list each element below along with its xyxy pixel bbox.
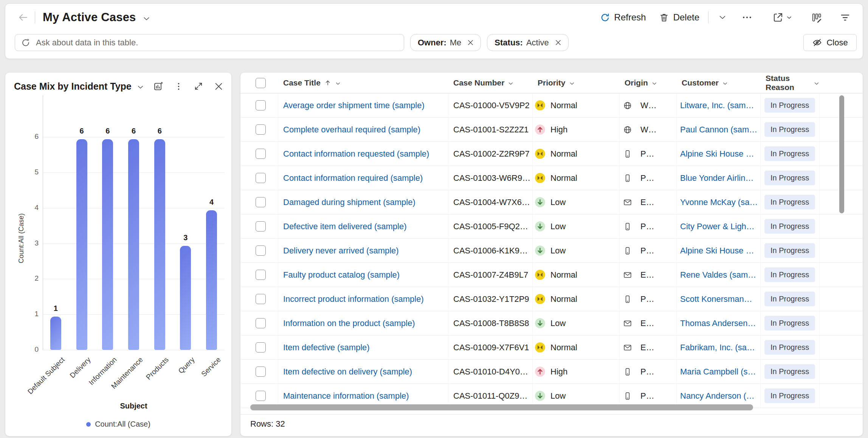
row-checkbox[interactable]: [256, 391, 266, 401]
column-header-case-title[interactable]: Case Title: [278, 73, 448, 93]
priority-high-icon: [535, 366, 546, 377]
table-row[interactable]: Complete overhaul required (sample)CAS-0…: [240, 118, 863, 142]
customer-link[interactable]: Blue Yonder Airlin…: [680, 173, 753, 183]
row-filler-cell: [820, 335, 863, 359]
more-commands-button[interactable]: [734, 8, 760, 26]
case-title-link[interactable]: Average order shipment time (sample): [283, 101, 425, 110]
customer-cell: Fabrikam, Inc. (sa…: [677, 335, 761, 359]
filter-pill-owner[interactable]: Owner: Me: [410, 34, 481, 51]
priority-normal-icon: [535, 148, 546, 159]
table-row[interactable]: Item defective (sample)CAS-01009-X7F6V1N…: [240, 335, 863, 360]
view-selector-chevron-icon[interactable]: [142, 14, 151, 23]
customer-link[interactable]: Alpine Ski House …: [680, 149, 754, 159]
back-arrow-icon[interactable]: [17, 12, 29, 23]
filter-button[interactable]: [832, 8, 853, 26]
row-checkbox[interactable]: [256, 318, 266, 328]
share-button[interactable]: [765, 8, 800, 26]
refresh-button[interactable]: Refresh: [594, 8, 653, 26]
table-row[interactable]: Damaged during shipment (sample)CAS-0100…: [240, 190, 863, 214]
horizontal-scrollbar[interactable]: [250, 404, 753, 410]
customer-link[interactable]: Scott Konersman…: [680, 294, 752, 304]
table-row[interactable]: Incorrect product information (sample)CA…: [240, 287, 863, 311]
commands-chevron-button[interactable]: [711, 8, 734, 26]
remove-filter-icon[interactable]: [554, 39, 562, 47]
customer-link[interactable]: City Power & Ligh…: [680, 222, 755, 231]
status-badge: In Progress: [764, 219, 815, 234]
case-title-link[interactable]: Information on the product (sample): [283, 318, 415, 328]
case-title-link[interactable]: Maintenance information (sample): [283, 391, 409, 401]
column-header-priority[interactable]: Priority: [533, 73, 620, 93]
table-row[interactable]: Contact information requested (sample)CA…: [240, 142, 863, 166]
column-header-case-number[interactable]: Case Number: [448, 73, 533, 93]
column-header-status-reason[interactable]: Status Reason: [761, 73, 820, 93]
status-cell: In Progress: [761, 384, 820, 408]
case-title-cell: Delivery never arrived (sample): [278, 239, 448, 262]
case-title-link[interactable]: Contact information required (sample): [283, 173, 423, 183]
sort-ascending-icon: [324, 79, 332, 87]
customer-link[interactable]: Fabrikam, Inc. (sa…: [680, 343, 755, 353]
customer-link[interactable]: Nancy Anderson (…: [680, 391, 755, 401]
remove-filter-icon[interactable]: [467, 39, 474, 47]
column-label: Customer: [682, 78, 719, 87]
row-checkbox[interactable]: [256, 342, 266, 353]
customer-link[interactable]: Alpine Ski House …: [680, 246, 754, 256]
case-title-link[interactable]: Item defective (sample): [283, 343, 370, 353]
close-assistant-button[interactable]: Close: [803, 34, 857, 51]
priority-normal-icon: [535, 269, 546, 280]
ask-data-input[interactable]: [35, 37, 401, 48]
customer-link[interactable]: Rene Valdes (sam…: [680, 270, 756, 280]
row-checkbox[interactable]: [256, 197, 266, 207]
gridline: [43, 137, 225, 137]
column-header-customer[interactable]: Customer: [677, 73, 761, 93]
case-title-link[interactable]: Contact information requested (sample): [283, 149, 429, 159]
filter-pill-status[interactable]: Status: Active: [487, 34, 568, 51]
column-header-origin[interactable]: Origin: [620, 73, 677, 93]
case-title-link[interactable]: Incorrect product information (sample): [283, 294, 424, 304]
bar-default-subject[interactable]: [50, 317, 61, 350]
customer-link[interactable]: Litware, Inc. (sam…: [680, 101, 754, 110]
customer-link[interactable]: Maria Campbell (s…: [680, 367, 756, 377]
status-cell: In Progress: [761, 287, 820, 311]
row-checkbox[interactable]: [256, 270, 266, 280]
edit-columns-button[interactable]: [804, 8, 829, 26]
delete-button[interactable]: Delete: [653, 8, 706, 26]
bar-delivery[interactable]: [76, 139, 87, 350]
header-checkbox-cell: [240, 73, 278, 93]
bar-service[interactable]: [206, 210, 217, 350]
cases-table-card: Case TitleCase NumberPriorityOriginCusto…: [240, 73, 863, 436]
table-row[interactable]: Faulty product catalog (sample)CAS-01007…: [240, 263, 863, 287]
bar-information[interactable]: [102, 139, 113, 350]
case-title-link[interactable]: Delivery never arrived (sample): [283, 246, 399, 256]
customer-link[interactable]: Thomas Andersen…: [680, 318, 756, 328]
table-row[interactable]: Contact information required (sample)CAS…: [240, 166, 863, 190]
row-checkbox-cell: [240, 287, 278, 311]
row-checkbox[interactable]: [256, 124, 266, 135]
customer-cell: Litware, Inc. (sam…: [677, 93, 761, 117]
customer-link[interactable]: Paul Cannon (sam…: [680, 125, 757, 135]
bar-maintenance[interactable]: [128, 139, 139, 350]
row-checkbox[interactable]: [256, 367, 266, 377]
table-row[interactable]: Average order shipment time (sample)CAS-…: [240, 93, 863, 118]
table-row[interactable]: Delivery never arrived (sample)CAS-01006…: [240, 239, 863, 263]
row-checkbox[interactable]: [256, 245, 266, 256]
case-title-link[interactable]: Faulty product catalog (sample): [283, 270, 400, 280]
row-checkbox[interactable]: [256, 149, 266, 159]
customer-link[interactable]: Yvonne McKay (sa…: [680, 197, 758, 207]
vertical-scrollbar[interactable]: [839, 95, 844, 213]
row-checkbox[interactable]: [256, 173, 266, 183]
case-title-link[interactable]: Damaged during shipment (sample): [283, 197, 415, 207]
bar-query[interactable]: [180, 246, 191, 350]
case-title-link[interactable]: Complete overhaul required (sample): [283, 125, 420, 135]
case-title-link[interactable]: Defective item delivered (sample): [283, 222, 406, 231]
row-checkbox[interactable]: [256, 294, 266, 304]
select-all-checkbox[interactable]: [256, 78, 266, 88]
origin-email-icon: [623, 198, 632, 207]
row-checkbox[interactable]: [256, 100, 266, 110]
table-row[interactable]: Information on the product (sample)CAS-0…: [240, 311, 863, 335]
table-row[interactable]: Item defective on delivery (sample)CAS-0…: [240, 360, 863, 384]
row-checkbox[interactable]: [256, 221, 266, 231]
table-row[interactable]: Defective item delivered (sample)CAS-010…: [240, 214, 863, 239]
bar-products[interactable]: [154, 139, 165, 350]
case-title-cell: Information on the product (sample): [278, 311, 448, 335]
case-title-link[interactable]: Item defective on delivery (sample): [283, 367, 412, 377]
